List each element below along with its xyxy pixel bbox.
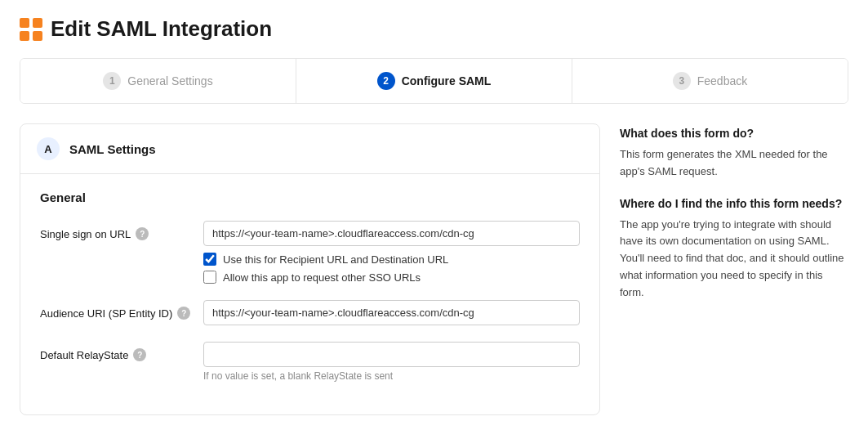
info-section-2: Where do I find the info this form needs… (620, 197, 848, 302)
sso-url-field-area: Use this for Recipient URL and Destinati… (203, 221, 580, 284)
audience-uri-field-area (203, 300, 580, 325)
step-1-number: 1 (103, 72, 121, 90)
panel-header-title: SAML Settings (69, 142, 156, 156)
step-2-number: 2 (377, 72, 395, 90)
app-logo-icon (20, 18, 42, 41)
step-3-number: 3 (673, 72, 691, 90)
step-configure-saml[interactable]: 2 Configure SAML (296, 59, 572, 103)
other-sso-urls-label: Allow this app to request other SSO URLs (223, 271, 421, 284)
sso-url-row: Single sign on URL ? Use this for Recipi… (40, 221, 580, 284)
audience-uri-label: Audience URI (SP Entity ID) (40, 307, 172, 320)
step-3-label: Feedback (697, 74, 747, 87)
info-title-2: Where do I find the info this form needs… (620, 197, 848, 210)
relay-state-field-area: If no value is set, a blank RelayState i… (203, 342, 580, 382)
info-title-1: What does this form do? (620, 127, 848, 140)
svg-rect-2 (20, 31, 29, 41)
info-body-2: The app you're trying to integrate with … (620, 217, 848, 302)
step-1-label: General Settings (127, 74, 212, 87)
relay-state-label: Default RelayState (40, 349, 128, 361)
sso-url-help-icon[interactable]: ? (136, 227, 149, 240)
audience-uri-row: Audience URI (SP Entity ID) ? (40, 300, 580, 325)
step-general-settings[interactable]: 1 General Settings (20, 59, 296, 103)
recipient-url-checkbox[interactable] (203, 253, 216, 266)
svg-rect-0 (20, 18, 29, 28)
saml-settings-panel: A SAML Settings General Single sign on U… (20, 123, 600, 415)
audience-uri-input[interactable] (203, 300, 580, 325)
relay-state-help-icon[interactable]: ? (133, 348, 146, 361)
info-body-1: This form generates the XML needed for t… (620, 146, 848, 181)
stepper: 1 General Settings 2 Configure SAML 3 Fe… (20, 58, 848, 104)
sso-url-input[interactable] (203, 221, 580, 246)
other-sso-urls-checkbox[interactable] (203, 271, 216, 284)
page-title: Edit SAML Integration (51, 16, 272, 42)
recipient-url-label: Use this for Recipient URL and Destinati… (223, 253, 448, 266)
step-2-label: Configure SAML (402, 74, 492, 87)
sso-url-label: Single sign on URL (40, 228, 131, 240)
info-section-1: What does this form do? This form genera… (620, 127, 848, 181)
panel-badge: A (37, 137, 60, 160)
relay-state-input[interactable] (203, 342, 580, 367)
info-panel: What does this form do? This form genera… (620, 123, 848, 415)
general-section-title: General (40, 190, 580, 204)
relay-state-row: Default RelayState ? If no value is set,… (40, 342, 580, 382)
step-feedback[interactable]: 3 Feedback (572, 59, 848, 103)
svg-rect-3 (33, 31, 42, 41)
audience-uri-help-icon[interactable]: ? (177, 307, 190, 320)
relay-state-hint: If no value is set, a blank RelayState i… (203, 370, 580, 382)
svg-rect-1 (33, 18, 42, 28)
